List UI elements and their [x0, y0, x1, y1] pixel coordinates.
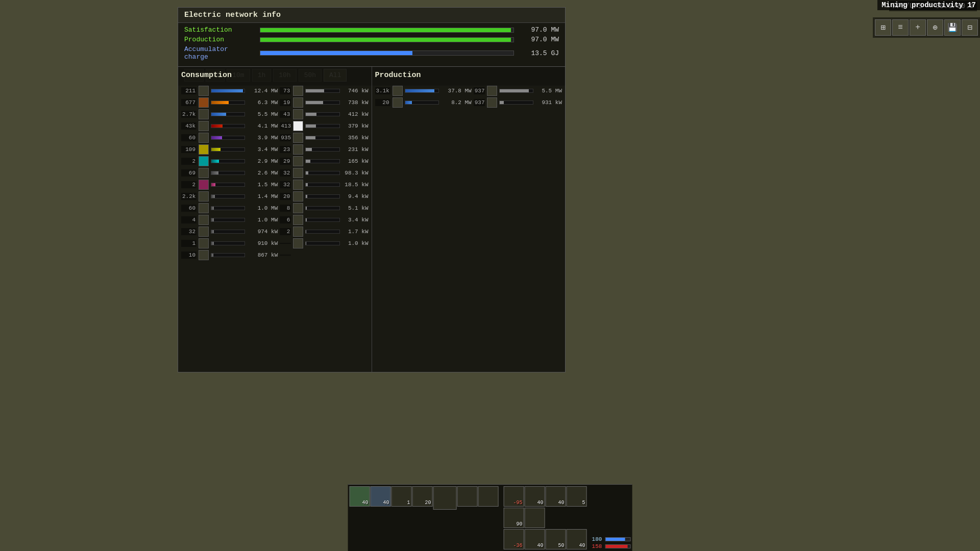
item-count: 20: [375, 99, 390, 106]
inventory-slot[interactable]: 40: [350, 486, 370, 507]
item-icon: [199, 180, 209, 190]
item-icon: [199, 133, 209, 143]
item-count: 677: [181, 99, 197, 106]
table-row: 2 1.5 MW 32 18.5 kW: [181, 180, 369, 190]
toolbar-save-icon[interactable]: 💾: [944, 19, 961, 36]
cons-value: 2.6 MW: [247, 170, 278, 176]
cons-value: 3.9 MW: [247, 135, 278, 141]
inventory-slot[interactable]: 20: [412, 486, 433, 507]
right-value: 3.4 kW: [342, 217, 369, 223]
item-icon: [199, 191, 209, 202]
table-row: 2.7k 5.5 MW 43 412 kW: [181, 109, 369, 119]
right-count: 43: [280, 111, 291, 118]
inventory-slot[interactable]: 40: [525, 529, 545, 549]
toolbar-settings-icon[interactable]: ⊟: [962, 19, 978, 36]
right-value: 738 kW: [342, 99, 369, 106]
production-title: Production: [375, 71, 562, 82]
item-icon: [199, 168, 209, 178]
table-row: 32 974 kW 2 1.7 kW: [181, 227, 369, 237]
health-bar-row: 158: [592, 543, 631, 549]
right-bar-wrap: [305, 124, 339, 128]
cons-value: 3.4 MW: [247, 146, 278, 153]
inventory-slot[interactable]: 40: [525, 486, 545, 507]
right-bar-wrap: [305, 241, 339, 245]
toolbar-map-icon[interactable]: ⊞: [875, 19, 891, 36]
right-count: [280, 255, 291, 256]
toolbar-achievement-icon[interactable]: ⊕: [927, 19, 943, 36]
slot-divider: [499, 486, 503, 549]
right-icon: [487, 86, 497, 96]
right-count: 935: [280, 134, 291, 141]
right-icon: [487, 97, 497, 108]
right-bar-wrap: [305, 230, 339, 234]
right-value: 746 kW: [342, 88, 369, 94]
health-bar-container: [605, 544, 630, 548]
table-row: 20 8.2 MW 937 931 kW: [375, 97, 562, 108]
right-icon: [293, 133, 303, 143]
inventory-slot[interactable]: [433, 486, 457, 510]
cons-bar-wrap: [211, 253, 245, 257]
satisfaction-row: Satisfaction 97.0 MW: [184, 26, 559, 34]
item-count: 69: [181, 169, 197, 177]
right-icon: [293, 97, 303, 108]
right-count: 73: [280, 87, 291, 94]
resource-display: -95 40 40 5 90 -36 40 50 40: [504, 486, 587, 549]
right-value: 98.3 kW: [342, 170, 369, 176]
mining-productivity-label: Mining productivity 17: [881, 1, 976, 9]
bottom-toolbar: 40 40 1 20 -95 40 40 5 90 -36 40 50 40 1…: [348, 484, 632, 551]
right-value: 5.1 kW: [342, 205, 369, 211]
right-count: 20: [280, 193, 291, 200]
right-count: 2: [280, 228, 291, 235]
right-value: 1.7 kW: [342, 229, 369, 235]
inventory-slot[interactable]: 90: [504, 508, 524, 528]
table-row: 2.2k 1.4 MW 20 9.4 kW: [181, 191, 369, 202]
inventory-slot[interactable]: [457, 486, 478, 507]
cons-bar-wrap: [211, 194, 245, 198]
right-count: 29: [280, 158, 291, 165]
satisfaction-value: 97.0 MW: [518, 26, 559, 34]
cons-value: 12.4 MW: [247, 88, 278, 94]
right-bar-wrap: [305, 159, 339, 163]
cons-bar-wrap: [211, 183, 245, 187]
inventory-slot[interactable]: [478, 486, 499, 507]
accumulator-bar: [260, 51, 412, 55]
cons-bar-wrap: [211, 218, 245, 222]
production-value: 97.0 MW: [518, 36, 559, 43]
resource-row-1: -95 40 40 5: [504, 486, 587, 507]
inventory-slot[interactable]: 40: [546, 486, 566, 507]
item-count: 2.2k: [181, 193, 197, 200]
toolbar-menu-icon[interactable]: ≡: [892, 19, 909, 36]
toolbar-add-icon[interactable]: +: [910, 19, 926, 36]
item-icon: [199, 86, 209, 96]
cons-bar-wrap: [211, 89, 245, 93]
inventory-slot[interactable]: 40: [567, 529, 587, 549]
inventory-slot[interactable]: 40: [371, 486, 391, 507]
right-value: 18.5 kW: [342, 182, 369, 188]
cons-value: 974 kW: [247, 229, 278, 235]
accumulator-bar-container: [260, 51, 514, 56]
table-row: 4 1.0 MW 6 3.4 kW: [181, 215, 369, 225]
production-stat-row: Production 97.0 MW: [184, 36, 559, 43]
item-count: 109: [181, 146, 197, 153]
inventory-slot[interactable]: 1: [391, 486, 412, 507]
table-row: 3.1k 37.8 MW 937 5.5 MW: [375, 86, 562, 96]
cons-bar-wrap: [405, 101, 439, 105]
table-row: 43k 4.1 MW 413 379 kW: [181, 121, 369, 131]
inventory-slot[interactable]: -36: [504, 529, 524, 549]
production-bar-container: [260, 37, 514, 42]
inventory-slot[interactable]: -95: [504, 486, 524, 507]
right-bar-wrap: [499, 89, 533, 93]
right-icon: [293, 109, 303, 119]
right-bar-wrap: [305, 89, 339, 93]
item-icon: [199, 97, 209, 108]
cons-bar-wrap: [211, 230, 245, 234]
right-bar-wrap: [499, 101, 533, 105]
inventory-slot[interactable]: [525, 508, 545, 528]
right-bar-wrap: [305, 171, 339, 175]
consumption-section: Consumption 211 12.4 MW 73 746 kW 677 6.…: [178, 67, 372, 372]
cons-value: 910 kW: [247, 240, 278, 246]
right-count: 6: [280, 216, 291, 223]
cons-value: 1.5 MW: [247, 182, 278, 188]
inventory-slot[interactable]: 50: [546, 529, 566, 549]
inventory-slot[interactable]: 5: [567, 486, 587, 507]
